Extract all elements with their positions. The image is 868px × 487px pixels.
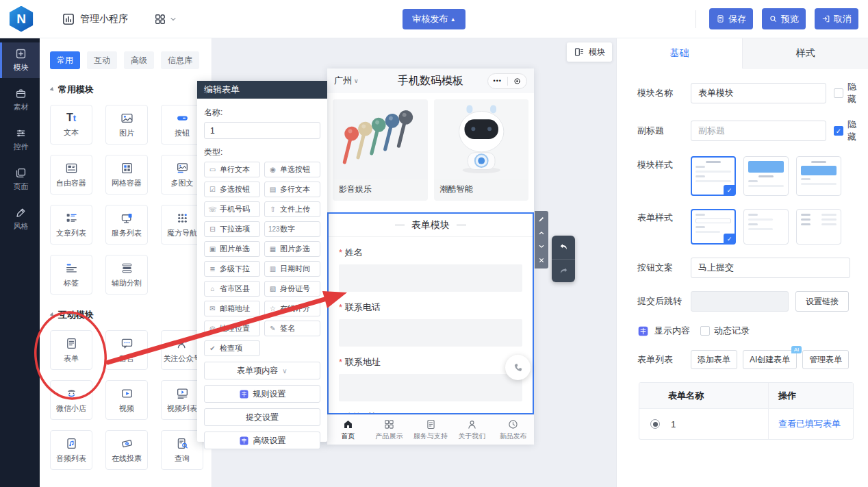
module-card-tag[interactable]: 标签 <box>50 255 92 295</box>
module-card-service-list[interactable]: 服务列表 <box>105 205 148 245</box>
form-type-region[interactable]: ⌂省市区县 <box>204 281 260 297</box>
rail-item-control[interactable]: 控件 <box>0 122 40 158</box>
module-style-option-3[interactable] <box>796 156 841 196</box>
form-type-single-text[interactable]: ▭单行文本 <box>204 162 260 177</box>
module-card-video[interactable]: 视频 <box>105 380 148 420</box>
form-type-image-radio[interactable]: ▣图片单选 <box>204 241 260 257</box>
form-list-button-2[interactable]: AI创建表单AI <box>743 350 797 369</box>
module-panel-tab-2[interactable]: 互动 <box>87 51 117 69</box>
module-panel-tab-3[interactable]: 高级 <box>124 51 154 69</box>
form-module[interactable]: 表单模块 *姓名*联系电话*联系地址*咨询时间 <box>327 212 534 414</box>
subtitle-hide-checkbox[interactable]: ✓ <box>834 126 843 136</box>
module-card-text[interactable]: Tt文本 <box>50 105 92 145</box>
contact-phone-button[interactable] <box>505 355 531 380</box>
form-type-multi-text[interactable]: ▤多行文本 <box>264 182 320 197</box>
redo-button[interactable] <box>552 259 575 283</box>
rail-item-module[interactable]: 模块 <box>0 42 40 78</box>
undo-button[interactable] <box>552 236 575 259</box>
form-type-location[interactable]: ◎地理位置 <box>204 321 260 336</box>
save-button[interactable]: 保存 <box>709 8 753 29</box>
form-type-number[interactable]: 123数字 <box>264 221 320 237</box>
form-type-dropdown[interactable]: ⊟下拉选项 <box>204 221 260 237</box>
module-card-free-container[interactable]: 自由容器 <box>50 155 92 195</box>
redirect-input[interactable] <box>691 291 789 312</box>
edit-panel-button-1[interactable]: 规则设置 <box>204 385 320 403</box>
form-type-datetime[interactable]: ▥日期时间 <box>264 261 320 277</box>
form-type-radio[interactable]: ◉单选按钮 <box>264 162 320 177</box>
module-toolbar <box>535 211 548 269</box>
form-type-signature[interactable]: ✎签名 <box>264 321 320 336</box>
section-header-2[interactable]: 互动模块 <box>51 309 201 321</box>
move-down-button[interactable] <box>535 240 548 253</box>
module-outline-icon <box>574 47 585 58</box>
move-up-button[interactable] <box>535 226 548 240</box>
form-radio[interactable] <box>650 419 660 429</box>
cancel-button[interactable]: 取消 <box>815 8 858 29</box>
product-card-audio[interactable]: 影音娱乐 <box>333 99 428 201</box>
form-style-option-3[interactable] <box>796 209 841 245</box>
form-field-input-2[interactable] <box>339 319 522 347</box>
subtitle-input[interactable] <box>691 121 826 141</box>
form-name-input[interactable] <box>204 122 320 139</box>
delete-module-button[interactable] <box>535 253 548 267</box>
module-card-image[interactable]: 图片 <box>105 105 148 145</box>
dynamic-record-checkbox[interactable] <box>700 326 710 336</box>
form-type-upload[interactable]: ⇧文件上传 <box>264 201 320 217</box>
module-card-vote[interactable]: 在线投票 <box>105 430 148 470</box>
form-style-option-2[interactable] <box>743 209 789 245</box>
phone-tab-release[interactable]: 新品发布 <box>493 415 534 445</box>
module-card-form[interactable]: 表单 <box>50 330 92 370</box>
rail-item-material[interactable]: 素材 <box>0 82 40 118</box>
module-panel-tab-4[interactable]: 信息库 <box>161 51 199 69</box>
set-link-button[interactable]: 设置链接 <box>795 291 849 312</box>
inspector-tab-2[interactable]: 样式 <box>742 38 868 68</box>
view-submissions-link[interactable]: 查看已填写表单 <box>778 418 841 430</box>
inspector-tab-1[interactable]: 基础 <box>617 38 742 68</box>
form-type-image-multi[interactable]: ▦图片多选 <box>264 241 320 257</box>
module-panel-tab-1[interactable]: 常用 <box>50 51 80 69</box>
edit-module-button[interactable] <box>535 212 548 226</box>
phone-tab-products[interactable]: 产品展示 <box>368 415 409 445</box>
form-type-checkbox[interactable]: ☑多选按钮 <box>204 182 260 197</box>
module-name-hide-checkbox[interactable] <box>834 88 843 98</box>
form-items-content-button[interactable]: 表单项内容∨ <box>204 362 320 379</box>
section-header-1[interactable]: 常用模块 <box>51 84 201 96</box>
module-style-option-2[interactable] <box>743 156 789 196</box>
form-type-check-item[interactable]: ✔检查项 <box>204 340 260 356</box>
form-list-button-3[interactable]: 管理表单 <box>802 350 849 369</box>
form-field-input-1[interactable] <box>339 264 522 292</box>
rail-item-page[interactable]: 页面 <box>0 162 40 197</box>
form-style-option-1[interactable]: ✓ <box>691 209 736 245</box>
preview-button[interactable]: 预览 <box>762 8 806 29</box>
edit-panel-button-3[interactable]: 高级设置 <box>204 432 320 449</box>
button-text-input[interactable] <box>691 258 850 278</box>
module-toggle-button[interactable]: 模块 <box>567 42 612 62</box>
module-card-message[interactable]: 留言 <box>105 330 148 370</box>
more-button[interactable]: ••• <box>488 77 507 84</box>
phone-tab-home[interactable]: 首页 <box>327 415 368 445</box>
apps-menu-button[interactable] <box>154 13 177 25</box>
form-type-email[interactable]: ✉邮箱地址 <box>204 301 260 316</box>
close-target-button[interactable] <box>508 77 527 86</box>
module-card-grid-container[interactable]: 网格容器 <box>105 155 148 195</box>
module-style-option-1[interactable]: ✓ <box>691 156 736 196</box>
module-card-audio-list[interactable]: 音频列表 <box>50 430 92 470</box>
module-card-article-list[interactable]: 文章列表 <box>50 205 92 245</box>
form-type-rating[interactable]: ☆在线评分 <box>264 301 320 316</box>
publish-button[interactable]: 审核发布 ▲ <box>403 9 465 29</box>
edit-panel-button-2[interactable]: 提交设置 <box>204 408 320 426</box>
module-name-input[interactable] <box>691 83 826 103</box>
form-type-id-card[interactable]: ▧身份证号 <box>264 281 320 297</box>
product-card-robot[interactable]: 潮酷智能 <box>434 99 529 201</box>
module-card-wechat-shop[interactable]: 微信小店 <box>50 380 92 420</box>
form-type-phone-number[interactable]: ☏手机号码 <box>204 201 260 217</box>
rail-item-style[interactable]: 风格 <box>0 201 40 237</box>
phone-tab-about[interactable]: 关于我们 <box>451 415 492 445</box>
module-card-divider[interactable]: 辅助分割 <box>105 255 148 295</box>
location-selector[interactable]: 广州∨ <box>334 75 359 87</box>
form-list-button-1[interactable]: 添加表单 <box>691 350 737 369</box>
phone-tab-services[interactable]: 服务与支持 <box>410 415 451 445</box>
form-type-cascade[interactable]: ≣多级下拉 <box>204 261 260 277</box>
form-field-input-3[interactable] <box>339 374 522 401</box>
manage-miniprogram-button[interactable]: 管理小程序 <box>62 12 128 26</box>
